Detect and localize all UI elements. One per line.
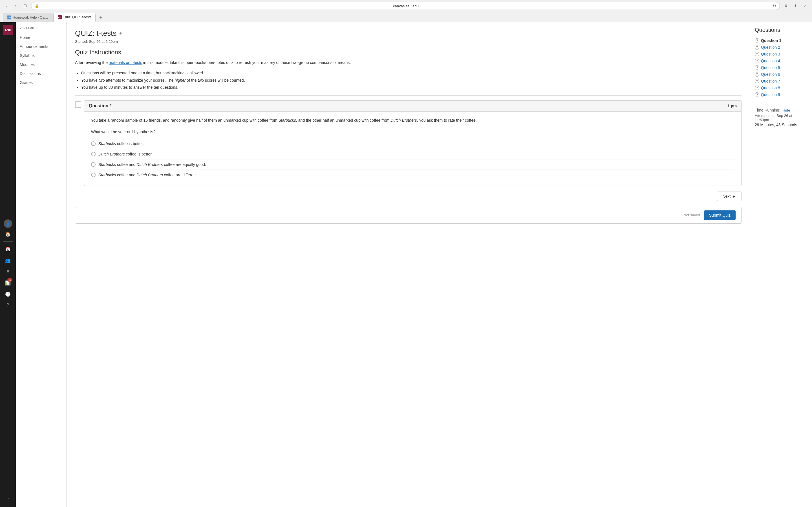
browser-chrome: ‹ › ⧠ 🔒 canvas.asu.edu ↻ ⬇ ⬆ ⤢ CH Homewo… — [0, 0, 812, 22]
q8-icon: ? — [755, 86, 759, 90]
coursehero-favicon: CH — [7, 15, 11, 19]
app-layout: ASU 👤 🏠 📅 👥 ≡ 📊 12 🕐 ? → 2021 Fall C Hom… — [0, 22, 812, 507]
question-link-7[interactable]: ? Question 7 — [755, 78, 808, 84]
share-button[interactable]: ⬆ — [792, 2, 800, 10]
browser-actions: ⬇ ⬆ ⤢ — [782, 2, 809, 10]
time-running-label: Time Running: — [755, 108, 780, 112]
sidebar-icon-clock[interactable]: 🕐 — [3, 289, 13, 299]
tab-bar: CH Homework Help - Q&A from Online Tutor… — [0, 12, 812, 22]
option-3-label: Starbucks coffee and Dutch Brothers coff… — [98, 162, 206, 167]
asu-logo: ASU — [3, 25, 13, 35]
question-link-2[interactable]: ? Question 2 — [755, 44, 808, 51]
radio-opt4[interactable] — [91, 173, 96, 177]
user-avatar[interactable]: 👤 — [4, 219, 12, 228]
nav-announcements[interactable]: Announcements — [16, 42, 66, 51]
sidebar-badge: 12 — [7, 278, 12, 282]
next-button[interactable]: Next ► — [717, 191, 742, 201]
question-box: Question 1 1 pts You take a random sampl… — [84, 100, 742, 186]
sidebar-icon-home[interactable]: 🏠 — [3, 229, 13, 239]
sidebar-icon-modules[interactable]: ≡ — [3, 267, 13, 277]
sidebar-collapse-button[interactable]: → — [3, 493, 13, 503]
question-prompt: What would be your null hypothesis? — [91, 129, 734, 134]
actions-bar: Next ► — [75, 191, 742, 201]
radio-opt1[interactable] — [91, 142, 96, 146]
reading-view-button[interactable]: ⧠ — [21, 2, 29, 10]
asu-tab-label: Quiz: QUIZ: t-tests — [63, 15, 91, 19]
bullet-3: You have up to 30 minutes to answer the … — [81, 84, 742, 91]
not-saved-text: Not saved — [683, 213, 700, 217]
quiz-title-icon: ✦ — [119, 31, 122, 36]
question-link-8[interactable]: ? Question 8 — [755, 84, 808, 91]
option-3[interactable]: Starbucks coffee and Dutch Brothers coff… — [91, 159, 734, 170]
q4-label: Question 4 — [761, 59, 780, 63]
tab-coursehero[interactable]: CH Homework Help - Q&A from Online Tutor… — [3, 13, 54, 22]
sidebar-divider — [3, 241, 13, 242]
q7-label: Question 7 — [761, 79, 780, 83]
radio-opt2[interactable] — [91, 152, 96, 156]
submit-bar: Not saved Submit Quiz — [75, 207, 742, 224]
address-bar[interactable]: 🔒 canvas.asu.edu ↻ — [31, 2, 780, 10]
option-4[interactable]: Starbucks coffee and Dutch Brothers coff… — [91, 170, 734, 180]
q2-icon: ? — [755, 45, 759, 50]
nav-syllabus[interactable]: Syllabus — [16, 51, 66, 60]
question-header: Question 1 1 pts — [84, 101, 741, 112]
q5-icon: ? — [755, 65, 759, 70]
question-link-6[interactable]: ? Question 6 — [755, 71, 808, 78]
sidebar-icon-calendar[interactable]: 📅 — [3, 244, 13, 254]
reload-button[interactable]: ↻ — [773, 4, 776, 8]
nav-grades[interactable]: Grades — [16, 78, 66, 87]
q3-icon: ? — [755, 52, 759, 56]
q4-icon: ? — [755, 59, 759, 63]
nav-discussions[interactable]: Discussions — [16, 69, 66, 78]
sidebar: ASU 👤 🏠 📅 👥 ≡ 📊 12 🕐 ? → — [0, 22, 16, 507]
question-link-4[interactable]: ? Question 4 — [755, 57, 808, 64]
sidebar-icon-badge[interactable]: 📊 12 — [3, 278, 13, 288]
q3-label: Question 3 — [761, 52, 780, 56]
new-tab-button[interactable]: + — [97, 14, 105, 22]
asu-favicon: ASU — [58, 15, 62, 19]
question-title: Question 1 — [89, 103, 112, 108]
forward-button[interactable]: › — [12, 2, 20, 10]
q1-label: Question 1 — [761, 38, 781, 43]
question-flag-checkbox[interactable] — [75, 101, 81, 108]
time-remaining: 29 Minutes, 48 Seconds — [755, 122, 808, 127]
question-link-5[interactable]: ? Question 5 — [755, 64, 808, 71]
quiz-started: Started: Sep 26 at 6:29pm — [75, 40, 742, 44]
question-link-9[interactable]: ? Question 9 — [755, 91, 808, 98]
question-pts: 1 pts — [727, 104, 737, 108]
main-content: QUIZ: t-tests ✦ Started: Sep 26 at 6:29p… — [66, 22, 750, 507]
q5-label: Question 5 — [761, 65, 780, 70]
back-button[interactable]: ‹ — [3, 2, 11, 10]
q8-label: Question 8 — [761, 86, 780, 90]
fullscreen-button[interactable]: ⤢ — [801, 2, 809, 10]
question-link-1[interactable]: ? Question 1 — [755, 37, 808, 44]
course-nav: 2021 Fall C Home Announcements Syllabus … — [16, 22, 66, 507]
coursehero-tab-label: Homework Help - Q&A from Online Tutors -… — [13, 15, 49, 19]
nav-home[interactable]: Home — [16, 33, 66, 42]
q7-icon: ? — [755, 79, 759, 83]
instructions-heading: Quiz Instructions — [75, 49, 742, 56]
submit-quiz-button[interactable]: Submit Quiz — [704, 210, 735, 220]
instructions-text: After reviewing the materials on t-tests… — [75, 59, 742, 66]
question-link-3[interactable]: ? Question 3 — [755, 51, 808, 57]
sidebar-icon-help[interactable]: ? — [3, 300, 13, 311]
q6-label: Question 6 — [761, 72, 780, 76]
browser-toolbar: ‹ › ⧠ 🔒 canvas.asu.edu ↻ ⬇ ⬆ ⤢ — [0, 0, 812, 12]
bullet-2: You have two attempts to maximize your s… — [81, 77, 742, 84]
next-arrow-icon: ► — [732, 194, 736, 199]
hide-link[interactable]: Hide — [783, 108, 790, 112]
course-title: 2021 Fall C — [16, 26, 66, 33]
nav-buttons: ‹ › ⧠ — [3, 2, 29, 10]
sidebar-icon-people[interactable]: 👥 — [3, 255, 13, 265]
attempt-due: Attempt due: Sep 26 at 11:59pm — [755, 114, 808, 122]
radio-opt3[interactable] — [91, 162, 96, 167]
tab-asu[interactable]: ASU Quiz: QUIZ: t-tests — [54, 13, 96, 22]
option-1[interactable]: Starbucks coffee is better. — [91, 138, 734, 149]
q6-icon: ? — [755, 72, 759, 76]
nav-modules[interactable]: Modules — [16, 60, 66, 69]
instructions-list: Questions will be presented one at a tim… — [75, 69, 742, 91]
quiz-title: QUIZ: t-tests ✦ — [75, 29, 742, 38]
materials-link[interactable]: materials on t-tests — [109, 60, 142, 65]
download-button[interactable]: ⬇ — [782, 2, 790, 10]
option-2[interactable]: Dutch Brothers coffee is better. — [91, 149, 734, 159]
